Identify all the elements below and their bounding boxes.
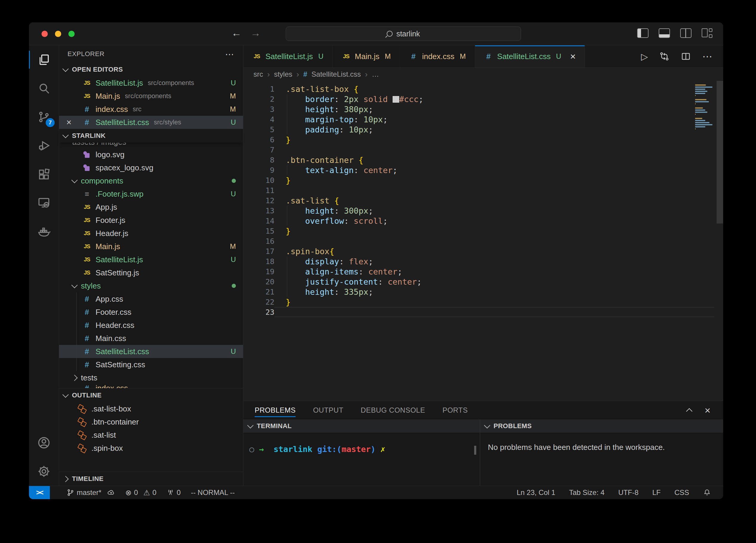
git-branch-item[interactable]: master* xyxy=(67,488,115,497)
file-name: index.css xyxy=(96,105,128,114)
editor-tab[interactable]: #index.cssM xyxy=(400,45,475,67)
minimize-window-button[interactable] xyxy=(55,31,61,37)
navigate-back-icon[interactable]: ← xyxy=(231,27,242,39)
tree-file[interactable]: #App.css xyxy=(59,292,243,305)
search-view-icon[interactable] xyxy=(29,74,59,103)
open-editors-header[interactable]: OPEN EDITORS xyxy=(59,63,243,76)
breadcrumb-item[interactable]: src xyxy=(253,70,263,79)
outline-item[interactable]: .sat-list-box xyxy=(59,402,243,415)
run-file-icon[interactable]: ▷ xyxy=(641,51,648,62)
breadcrumb[interactable]: src›styles›#SatelliteList.css›… xyxy=(243,68,723,81)
language-mode-item[interactable]: CSS xyxy=(674,488,689,497)
code-editor[interactable]: 1.sat-list-box {2 border: 2px solid #ccc… xyxy=(243,81,723,401)
maximize-panel-icon[interactable] xyxy=(686,408,692,414)
toggle-secondary-sidebar-icon[interactable] xyxy=(680,28,692,38)
tree-file[interactable]: JSSatelliteList.jsU xyxy=(59,253,243,266)
panel-tab-debug-console[interactable]: DEBUG CONSOLE xyxy=(361,401,425,419)
tree-file[interactable]: #Main.css xyxy=(59,332,243,345)
cursor-position-item[interactable]: Ln 23, Col 1 xyxy=(517,488,555,497)
tree-file[interactable]: ≡.Footer.js.swpU xyxy=(59,187,243,201)
terminal-content[interactable]: ○ → starlink git:(master) ✗ xyxy=(243,433,480,486)
editor-tab[interactable]: #SatelliteList.cssU× xyxy=(475,45,585,67)
close-icon[interactable]: × xyxy=(570,52,576,61)
account-icon[interactable] xyxy=(29,428,59,457)
close-icon[interactable]: × xyxy=(66,118,72,127)
editor-tab[interactable]: JSMain.jsM xyxy=(333,45,400,67)
command-center-search[interactable]: starlink xyxy=(286,27,521,41)
tree-file[interactable]: #Footer.css xyxy=(59,305,243,319)
tree-file[interactable]: JSSatSetting.js xyxy=(59,266,243,279)
editor-more-actions-icon[interactable]: ⋯ xyxy=(702,50,713,62)
tree-file[interactable]: #SatSetting.css xyxy=(59,358,243,371)
extensions-icon[interactable] xyxy=(29,160,59,189)
timeline-header[interactable]: TIMELINE xyxy=(59,472,243,486)
close-window-button[interactable] xyxy=(42,31,48,37)
code-line: 4 margin-top: 10px; xyxy=(243,114,723,124)
explorer-icon[interactable] xyxy=(29,45,59,74)
line-number: 19 xyxy=(243,267,274,276)
run-debug-icon[interactable] xyxy=(29,131,59,160)
outline-item[interactable]: .spin-box xyxy=(59,441,243,455)
tree-folder[interactable]: tests xyxy=(59,371,243,384)
notifications-bell-icon[interactable] xyxy=(703,488,711,497)
vim-mode-item[interactable]: -- NORMAL -- xyxy=(191,488,235,497)
navigate-forward-icon[interactable]: → xyxy=(251,27,261,39)
tree-file[interactable]: #SatelliteList.cssU xyxy=(59,345,243,358)
toggle-panel-icon[interactable] xyxy=(659,28,670,38)
outline-item[interactable]: .sat-list xyxy=(59,428,243,441)
source-control-icon[interactable]: 7 xyxy=(29,103,59,131)
outline-item[interactable]: .btn-container xyxy=(59,415,243,428)
breadcrumb-item[interactable]: … xyxy=(372,70,379,79)
code-line: 13 height: 300px; xyxy=(243,206,723,216)
terminal-scrollbar[interactable] xyxy=(474,446,476,455)
minimap-line xyxy=(695,114,696,115)
open-editors-list: JSSatelliteList.jssrc/componentsUJSMain.… xyxy=(59,76,243,129)
ports-status-item[interactable]: 0 xyxy=(167,488,181,497)
open-editor-item[interactable]: ×#SatelliteList.csssrc/stylesU xyxy=(59,116,243,129)
minimap-line xyxy=(695,126,705,127)
tree-file[interactable]: JSMain.jsM xyxy=(59,240,243,253)
toggle-sidebar-icon[interactable] xyxy=(637,28,649,38)
open-changes-icon[interactable] xyxy=(659,51,669,61)
encoding-item[interactable]: UTF-8 xyxy=(618,488,639,497)
open-editor-item[interactable]: #index.csssrcM xyxy=(59,103,243,116)
remote-explorer-icon[interactable] xyxy=(29,189,59,217)
tree-folder[interactable]: components xyxy=(59,174,243,187)
minimap[interactable] xyxy=(695,84,714,133)
tree-file[interactable]: logo.svg xyxy=(59,148,243,161)
tree-folder[interactable]: styles xyxy=(59,279,243,292)
close-panel-icon[interactable]: × xyxy=(705,405,711,415)
folder-name: components xyxy=(81,176,123,186)
tree-file[interactable]: JSFooter.js xyxy=(59,214,243,227)
remote-indicator[interactable]: >< xyxy=(29,486,50,499)
open-editor-item[interactable]: JSMain.jssrc/componentsM xyxy=(59,90,243,103)
editor-scrollbar[interactable] xyxy=(717,81,723,224)
tree-file[interactable]: JSApp.js xyxy=(59,201,243,214)
tree-file[interactable]: #index.css xyxy=(59,384,243,388)
file-name: .Footer.js.swp xyxy=(96,190,143,199)
breadcrumb-item[interactable]: styles xyxy=(274,70,292,79)
css-file-icon: # xyxy=(82,294,91,304)
settings-gear-icon[interactable] xyxy=(29,457,59,486)
panel-tab-problems[interactable]: PROBLEMS xyxy=(255,401,296,419)
editor-tab[interactable]: JSSatelliteList.jsU xyxy=(243,45,333,67)
problems-status-item[interactable]: ⊗ 0 ⚠ 0 xyxy=(125,488,156,497)
open-editor-item[interactable]: JSSatelliteList.jssrc/componentsU xyxy=(59,76,243,90)
outline-header[interactable]: OUTLINE xyxy=(59,388,243,402)
split-editor-icon[interactable] xyxy=(681,51,691,61)
tree-file[interactable]: spacex_logo.svg xyxy=(59,161,243,174)
panel-tab-ports[interactable]: PORTS xyxy=(442,401,468,419)
project-root-header[interactable]: STARLINK xyxy=(59,129,243,143)
views-more-actions-icon[interactable]: ⋯ xyxy=(225,49,235,59)
zoom-window-button[interactable] xyxy=(68,31,75,37)
terminal-section-header[interactable]: TERMINAL xyxy=(243,419,480,433)
eol-item[interactable]: LF xyxy=(652,488,661,497)
breadcrumb-item[interactable]: SatelliteList.css xyxy=(311,70,361,79)
problems-section-header[interactable]: PROBLEMS xyxy=(480,419,723,433)
panel-tab-output[interactable]: OUTPUT xyxy=(313,401,343,419)
tree-file[interactable]: JSHeader.js xyxy=(59,227,243,240)
tree-file[interactable]: #Header.css xyxy=(59,319,243,332)
docker-icon[interactable] xyxy=(29,217,59,246)
customize-layout-icon[interactable] xyxy=(702,28,713,38)
indentation-item[interactable]: Tab Size: 4 xyxy=(569,488,605,497)
